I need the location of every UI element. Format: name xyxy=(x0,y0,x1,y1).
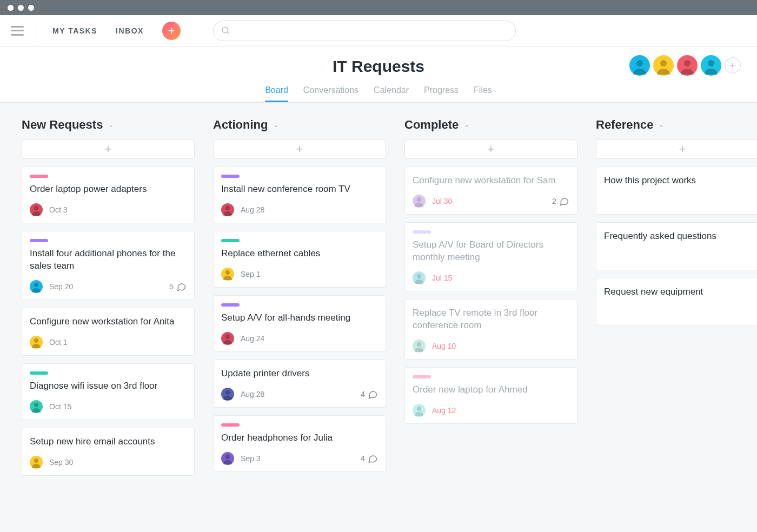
assignee-avatar[interactable] xyxy=(30,280,43,293)
assignee-avatar[interactable] xyxy=(30,456,43,469)
assignee-avatar[interactable] xyxy=(413,404,426,417)
card-tag xyxy=(30,175,48,178)
comment-count[interactable]: 2 xyxy=(552,196,569,207)
card-footer: Sep 34 xyxy=(221,452,378,465)
column-header[interactable]: Actioning⌄ xyxy=(213,118,386,132)
assignee-avatar[interactable] xyxy=(221,452,234,465)
card-footer: Aug 24 xyxy=(221,332,378,345)
card-title: Order headphones for Julia xyxy=(221,432,378,444)
card-footer: Sep 30 xyxy=(30,456,187,469)
assignee-avatar[interactable] xyxy=(30,400,43,413)
card-title: Configure new workstation for Anita xyxy=(30,316,187,328)
add-card-button[interactable]: + xyxy=(404,139,577,159)
task-card[interactable]: Configure new workstation for AnitaOct 1 xyxy=(22,308,195,356)
add-button[interactable]: + xyxy=(162,22,181,40)
card-date: Oct 1 xyxy=(49,338,67,347)
member-avatar[interactable] xyxy=(701,55,721,76)
comment-count[interactable]: 5 xyxy=(169,281,187,292)
task-card[interactable]: Replace ethernet cablesSep 1 xyxy=(213,231,386,288)
tab-board[interactable]: Board xyxy=(265,85,288,102)
nav-my-tasks[interactable]: MY TASKS xyxy=(52,26,97,35)
card-title: Setup new hire email accounts xyxy=(30,436,187,448)
assignee-avatar[interactable] xyxy=(221,332,234,345)
search-input[interactable] xyxy=(235,26,508,35)
comment-icon xyxy=(176,281,187,292)
card-title: Install four additional phones for the s… xyxy=(30,248,187,272)
card-footer: Sep 1 xyxy=(221,268,378,281)
card-title: Request new equipment xyxy=(604,286,757,298)
card-title: Replace TV remote in 3rd floor conferenc… xyxy=(413,307,569,332)
menu-icon[interactable] xyxy=(11,26,24,36)
svg-point-2 xyxy=(636,60,643,66)
svg-point-4 xyxy=(684,60,690,66)
column-header[interactable]: Reference⌄ xyxy=(596,118,757,132)
member-avatar[interactable] xyxy=(629,55,650,76)
add-card-button[interactable]: + xyxy=(213,139,386,159)
task-card[interactable]: Setup A/V for all-hands meetingAug 24 xyxy=(213,295,386,352)
task-card[interactable]: Configure new workstation for SamJul 302 xyxy=(404,167,577,215)
task-card[interactable]: Replace TV remote in 3rd floor conferenc… xyxy=(404,299,577,360)
assignee-avatar[interactable] xyxy=(221,203,234,216)
nav-inbox[interactable]: INBOX xyxy=(116,26,144,35)
column-title: New Requests xyxy=(22,118,103,132)
task-card[interactable]: Diagnose wifi issue on 3rd floorOct 15 xyxy=(22,363,195,420)
member-avatar[interactable] xyxy=(653,55,674,76)
chevron-down-icon: ⌄ xyxy=(108,121,114,129)
comment-count[interactable]: 4 xyxy=(361,453,378,464)
window-chrome xyxy=(0,0,757,15)
add-member-button[interactable]: + xyxy=(725,57,741,74)
task-card[interactable]: How this project works xyxy=(596,167,757,215)
card-date: Jul 15 xyxy=(432,274,452,282)
search-field[interactable] xyxy=(213,21,516,41)
card-footer: Sep 205 xyxy=(30,280,187,293)
task-card[interactable]: Request new equipment xyxy=(596,278,757,326)
card-footer: Aug 12 xyxy=(413,404,569,417)
project-header: IT Requests + Board Conversations Calend… xyxy=(0,46,757,103)
card-title: Setup A/V for Board of Directors monthly… xyxy=(413,239,569,264)
task-card[interactable]: Setup new hire email accountsSep 30 xyxy=(22,428,195,476)
assignee-avatar[interactable] xyxy=(413,271,426,284)
task-card[interactable]: Order headphones for JuliaSep 34 xyxy=(213,415,386,472)
task-card[interactable]: Setup A/V for Board of Directors monthly… xyxy=(404,222,577,291)
column-header[interactable]: New Requests⌄ xyxy=(22,118,195,132)
card-footer: Oct 3 xyxy=(30,203,187,216)
card-footer: Aug 10 xyxy=(413,340,569,353)
comment-count[interactable]: 4 xyxy=(361,389,378,400)
svg-point-5 xyxy=(708,60,714,66)
project-tabs: Board Conversations Calendar Progress Fi… xyxy=(0,85,757,102)
top-bar: MY TASKS INBOX + xyxy=(0,15,757,46)
column-header[interactable]: Complete⌄ xyxy=(404,118,577,132)
svg-point-12 xyxy=(225,270,230,275)
card-footer: Aug 28 xyxy=(221,203,378,216)
task-card[interactable]: Order laptop power adaptersOct 3 xyxy=(22,167,195,223)
tab-calendar[interactable]: Calendar xyxy=(374,85,409,102)
assignee-avatar[interactable] xyxy=(413,340,426,353)
assignee-avatar[interactable] xyxy=(221,268,234,281)
tab-progress[interactable]: Progress xyxy=(424,85,459,102)
chevron-down-icon: ⌄ xyxy=(464,121,469,129)
add-card-button[interactable]: + xyxy=(22,139,195,159)
assignee-avatar[interactable] xyxy=(221,388,234,401)
tab-files[interactable]: Files xyxy=(474,85,492,102)
task-card[interactable]: Install four additional phones for the s… xyxy=(22,231,195,300)
card-date: Sep 1 xyxy=(241,270,261,278)
add-card-button[interactable]: + xyxy=(596,139,757,159)
task-card[interactable]: Update printer driversAug 284 xyxy=(213,360,386,408)
assignee-avatar[interactable] xyxy=(413,195,426,208)
task-card[interactable]: Frequently asked questions xyxy=(596,222,757,270)
column-title: Actioning xyxy=(213,118,268,132)
card-tag xyxy=(221,175,240,178)
card-title: Setup A/V for all-hands meeting xyxy=(221,312,378,324)
comment-icon xyxy=(367,389,378,400)
comment-icon xyxy=(559,196,569,207)
task-card[interactable]: Install new conference room TVAug 28 xyxy=(213,167,386,223)
svg-point-9 xyxy=(34,403,38,407)
assignee-avatar[interactable] xyxy=(30,203,43,216)
member-avatar[interactable] xyxy=(677,55,698,76)
kanban-board: New Requests⌄+Order laptop power adapter… xyxy=(0,103,757,498)
card-footer: Jul 302 xyxy=(413,195,569,208)
card-tag xyxy=(221,423,240,427)
tab-conversations[interactable]: Conversations xyxy=(303,85,358,102)
task-card[interactable]: Order new laptop for AhmedAug 12 xyxy=(404,367,577,424)
assignee-avatar[interactable] xyxy=(30,336,43,349)
